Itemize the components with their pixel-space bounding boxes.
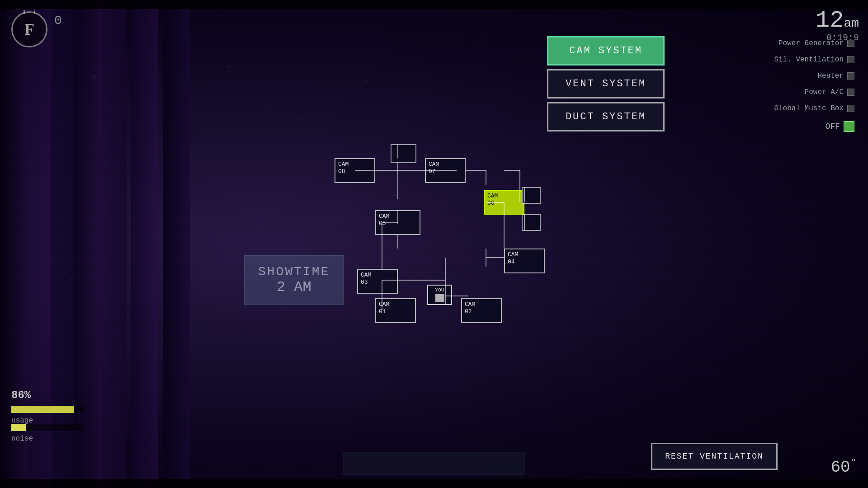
temperature-value: 60 [830,458,850,477]
temperature-symbol: ° [850,457,857,469]
svg-rect-8 [522,215,540,230]
cam08-node[interactable]: CAM08 [335,158,375,183]
noise-display: noise [11,422,84,443]
noise-label: noise [11,435,84,443]
logo: F [11,11,47,47]
cam05-node[interactable]: CAM05 [375,210,420,235]
showtime-sign: SHOWTIME 2 AM [244,255,344,305]
svg-rect-27 [391,145,416,163]
global-music-box-control[interactable]: Global Music Box [764,101,854,116]
duct-system-button[interactable]: DUCT SYSTEM [547,102,665,131]
bottom-bar [0,479,868,488]
sil-ventilation-label: Sil. Ventilation [774,56,844,64]
temperature-display: 60° [830,457,857,477]
off-label: OFF [826,122,840,131]
cam01-node[interactable]: CAM01 [375,298,416,323]
logo-letter: F [24,20,34,39]
cam06-node[interactable]: CAM06 [484,190,524,215]
cam04-node[interactable]: CAM04 [504,249,545,273]
heater-indicator [847,72,854,80]
power-ac-control[interactable]: Power A/C [764,85,854,99]
time-hour: 12am [816,9,859,33]
power-generator-control[interactable]: Power Generator [764,36,854,51]
controls-panel: Power Generator Sil. Ventilation Heater … [764,36,854,134]
you-node: YOU [427,285,452,305]
top-bar [0,0,868,9]
power-ac-label: Power A/C [805,88,844,96]
usage-display: 86% usage [11,380,84,425]
usage-bar-fill [11,406,74,413]
showtime-time: 2 AM [258,279,330,296]
noise-bar-container [11,424,84,431]
cam03-node[interactable]: CAM03 [357,269,398,294]
cam07-node[interactable]: CAM07 [425,158,466,183]
global-music-box-indicator [847,105,854,112]
center-bottom-display [344,452,524,474]
vent-system-button[interactable]: VENT SYSTEM [547,69,665,99]
heater-label: Heater [817,72,844,80]
heater-control[interactable]: Heater [764,69,854,83]
global-music-box-label: Global Music Box [774,104,844,113]
sil-ventilation-control[interactable]: Sil. Ventilation [764,52,854,67]
score-display: 0 [54,14,62,28]
sil-ventilation-indicator [847,56,854,63]
off-indicator [844,121,854,132]
cam02-node[interactable]: CAM02 [461,298,502,323]
camera-map: CAM08 CAM07 CAM06 CAM05 CAM04 CAM03 CAM0… [307,140,556,343]
system-panel: CAM SYSTEM VENT SYSTEM DUCT SYSTEM [547,36,665,131]
reset-ventilation-button[interactable]: RESET VENTILATION [651,443,778,470]
off-control[interactable]: OFF [764,119,854,134]
power-generator-label: Power Generator [778,39,844,47]
cam-system-button[interactable]: CAM SYSTEM [547,36,665,66]
noise-bar-fill [11,424,26,431]
power-ac-indicator [847,89,854,96]
usage-bar-container [11,406,84,413]
usage-percent: 86% [11,380,84,404]
usage-symbol: % [24,389,31,401]
svg-rect-7 [522,188,540,203]
showtime-title: SHOWTIME [258,265,330,279]
power-generator-indicator [847,40,854,47]
